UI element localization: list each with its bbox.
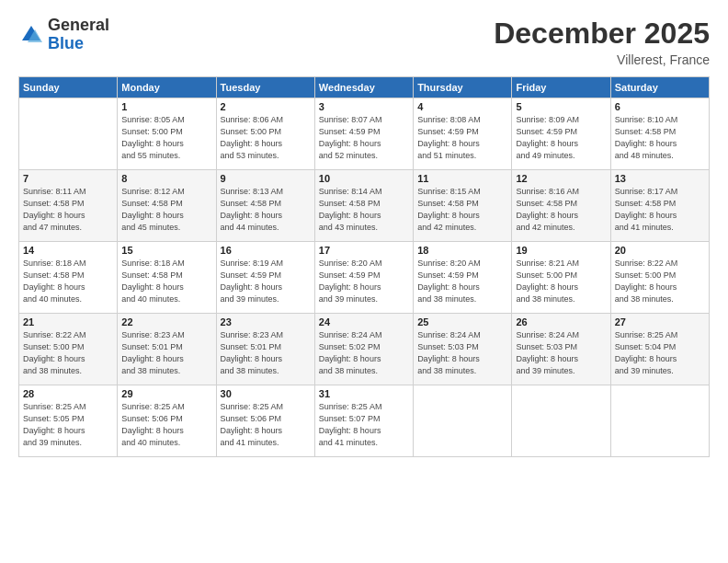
- day-cell: 12Sunrise: 8:16 AMSunset: 4:58 PMDayligh…: [512, 170, 610, 242]
- day-info: Sunrise: 8:05 AMSunset: 5:00 PMDaylight:…: [121, 114, 211, 162]
- day-number: 5: [516, 101, 606, 112]
- day-number: 28: [23, 388, 113, 399]
- day-header: Wednesday: [314, 77, 413, 98]
- day-cell: 5Sunrise: 8:09 AMSunset: 4:59 PMDaylight…: [512, 98, 610, 170]
- day-cell: 21Sunrise: 8:22 AMSunset: 5:00 PMDayligh…: [19, 314, 118, 385]
- day-cell: 4Sunrise: 8:08 AMSunset: 4:59 PMDaylight…: [414, 98, 512, 170]
- day-header: Thursday: [414, 77, 512, 98]
- day-cell: [512, 385, 610, 457]
- day-info: Sunrise: 8:15 AMSunset: 4:58 PMDaylight:…: [417, 186, 507, 234]
- day-info: Sunrise: 8:17 AMSunset: 4:58 PMDaylight:…: [615, 186, 705, 234]
- day-cell: 19Sunrise: 8:21 AMSunset: 5:00 PMDayligh…: [512, 242, 610, 314]
- day-number: 23: [221, 316, 311, 327]
- title-block: December 2025 Villerest, France: [494, 17, 710, 67]
- day-info: Sunrise: 8:22 AMSunset: 5:00 PMDaylight:…: [615, 258, 705, 305]
- day-cell: 15Sunrise: 8:18 AMSunset: 4:58 PMDayligh…: [118, 242, 216, 314]
- logo-blue: Blue: [48, 34, 84, 52]
- day-cell: 22Sunrise: 8:23 AMSunset: 5:01 PMDayligh…: [118, 314, 216, 385]
- day-number: 17: [319, 245, 409, 256]
- day-cell: 1Sunrise: 8:05 AMSunset: 5:00 PMDaylight…: [118, 98, 216, 170]
- day-info: Sunrise: 8:18 AMSunset: 4:58 PMDaylight:…: [23, 258, 113, 305]
- day-cell: 2Sunrise: 8:06 AMSunset: 5:00 PMDaylight…: [216, 98, 314, 170]
- day-header: Friday: [512, 77, 610, 98]
- day-number: 15: [121, 245, 211, 256]
- day-info: Sunrise: 8:11 AMSunset: 4:58 PMDaylight:…: [23, 186, 113, 234]
- day-header: Saturday: [610, 77, 709, 98]
- day-cell: 16Sunrise: 8:19 AMSunset: 4:59 PMDayligh…: [216, 242, 314, 314]
- day-cell: [610, 385, 709, 457]
- day-cell: 23Sunrise: 8:23 AMSunset: 5:01 PMDayligh…: [216, 314, 314, 385]
- day-header: Monday: [118, 77, 216, 98]
- day-cell: 9Sunrise: 8:13 AMSunset: 4:58 PMDaylight…: [216, 170, 314, 242]
- day-info: Sunrise: 8:07 AMSunset: 4:59 PMDaylight:…: [319, 114, 409, 162]
- day-number: 22: [121, 316, 211, 327]
- day-info: Sunrise: 8:25 AMSunset: 5:07 PMDaylight:…: [319, 401, 409, 449]
- day-info: Sunrise: 8:23 AMSunset: 5:01 PMDaylight:…: [221, 329, 311, 377]
- day-info: Sunrise: 8:25 AMSunset: 5:06 PMDaylight:…: [121, 401, 211, 449]
- day-info: Sunrise: 8:20 AMSunset: 4:59 PMDaylight:…: [417, 258, 507, 305]
- day-number: 27: [615, 316, 705, 327]
- day-info: Sunrise: 8:24 AMSunset: 5:03 PMDaylight:…: [417, 329, 507, 377]
- day-number: 4: [417, 101, 507, 112]
- day-number: 11: [417, 173, 507, 184]
- week-row: 7Sunrise: 8:11 AMSunset: 4:58 PMDaylight…: [19, 170, 710, 242]
- day-cell: 7Sunrise: 8:11 AMSunset: 4:58 PMDaylight…: [19, 170, 118, 242]
- day-cell: 3Sunrise: 8:07 AMSunset: 4:59 PMDaylight…: [314, 98, 413, 170]
- day-info: Sunrise: 8:10 AMSunset: 4:58 PMDaylight:…: [615, 114, 705, 162]
- day-number: 16: [221, 245, 311, 256]
- day-info: Sunrise: 8:09 AMSunset: 4:59 PMDaylight:…: [516, 114, 606, 162]
- day-number: 7: [23, 173, 113, 184]
- logo-general: General: [48, 16, 109, 34]
- day-info: Sunrise: 8:20 AMSunset: 4:59 PMDaylight:…: [319, 258, 409, 305]
- header: General Blue December 2025 Villerest, Fr…: [18, 17, 710, 67]
- day-info: Sunrise: 8:18 AMSunset: 4:58 PMDaylight:…: [121, 258, 211, 305]
- day-cell: 6Sunrise: 8:10 AMSunset: 4:58 PMDaylight…: [610, 98, 709, 170]
- page: General Blue December 2025 Villerest, Fr…: [0, 0, 728, 563]
- day-info: Sunrise: 8:12 AMSunset: 4:58 PMDaylight:…: [121, 186, 211, 234]
- logo-text: General Blue: [48, 17, 109, 53]
- day-cell: 28Sunrise: 8:25 AMSunset: 5:05 PMDayligh…: [19, 385, 118, 457]
- week-row: 1Sunrise: 8:05 AMSunset: 5:00 PMDaylight…: [19, 98, 710, 170]
- day-number: 31: [319, 388, 409, 399]
- day-header: Tuesday: [216, 77, 314, 98]
- day-number: 3: [319, 101, 409, 112]
- logo: General Blue: [18, 17, 109, 53]
- calendar: SundayMondayTuesdayWednesdayThursdayFrid…: [18, 76, 710, 457]
- day-header: Sunday: [19, 77, 118, 98]
- day-info: Sunrise: 8:06 AMSunset: 5:00 PMDaylight:…: [221, 114, 311, 162]
- day-info: Sunrise: 8:25 AMSunset: 5:05 PMDaylight:…: [23, 401, 113, 449]
- day-number: 10: [319, 173, 409, 184]
- day-info: Sunrise: 8:08 AMSunset: 4:59 PMDaylight:…: [417, 114, 507, 162]
- day-cell: 31Sunrise: 8:25 AMSunset: 5:07 PMDayligh…: [314, 385, 413, 457]
- day-number: 26: [516, 316, 606, 327]
- day-number: 14: [23, 245, 113, 256]
- day-cell: 27Sunrise: 8:25 AMSunset: 5:04 PMDayligh…: [610, 314, 709, 385]
- day-cell: 13Sunrise: 8:17 AMSunset: 4:58 PMDayligh…: [610, 170, 709, 242]
- day-info: Sunrise: 8:14 AMSunset: 4:58 PMDaylight:…: [319, 186, 409, 234]
- day-info: Sunrise: 8:23 AMSunset: 5:01 PMDaylight:…: [121, 329, 211, 377]
- day-number: 8: [121, 173, 211, 184]
- day-cell: 11Sunrise: 8:15 AMSunset: 4:58 PMDayligh…: [414, 170, 512, 242]
- day-number: 12: [516, 173, 606, 184]
- day-number: 19: [516, 245, 606, 256]
- day-info: Sunrise: 8:21 AMSunset: 5:00 PMDaylight:…: [516, 258, 606, 305]
- location: Villerest, France: [494, 52, 710, 67]
- day-info: Sunrise: 8:22 AMSunset: 5:00 PMDaylight:…: [23, 329, 113, 377]
- day-number: 25: [417, 316, 507, 327]
- day-number: 30: [221, 388, 311, 399]
- day-info: Sunrise: 8:25 AMSunset: 5:04 PMDaylight:…: [615, 329, 705, 377]
- logo-icon: [18, 22, 44, 48]
- day-number: 1: [121, 101, 211, 112]
- day-cell: 24Sunrise: 8:24 AMSunset: 5:02 PMDayligh…: [314, 314, 413, 385]
- header-row: SundayMondayTuesdayWednesdayThursdayFrid…: [19, 77, 710, 98]
- day-cell: 29Sunrise: 8:25 AMSunset: 5:06 PMDayligh…: [118, 385, 216, 457]
- day-cell: 10Sunrise: 8:14 AMSunset: 4:58 PMDayligh…: [314, 170, 413, 242]
- day-number: 6: [615, 101, 705, 112]
- day-cell: [19, 98, 118, 170]
- day-cell: 14Sunrise: 8:18 AMSunset: 4:58 PMDayligh…: [19, 242, 118, 314]
- day-number: 9: [221, 173, 311, 184]
- day-info: Sunrise: 8:24 AMSunset: 5:03 PMDaylight:…: [516, 329, 606, 377]
- day-info: Sunrise: 8:13 AMSunset: 4:58 PMDaylight:…: [221, 186, 311, 234]
- day-cell: 20Sunrise: 8:22 AMSunset: 5:00 PMDayligh…: [610, 242, 709, 314]
- day-cell: [414, 385, 512, 457]
